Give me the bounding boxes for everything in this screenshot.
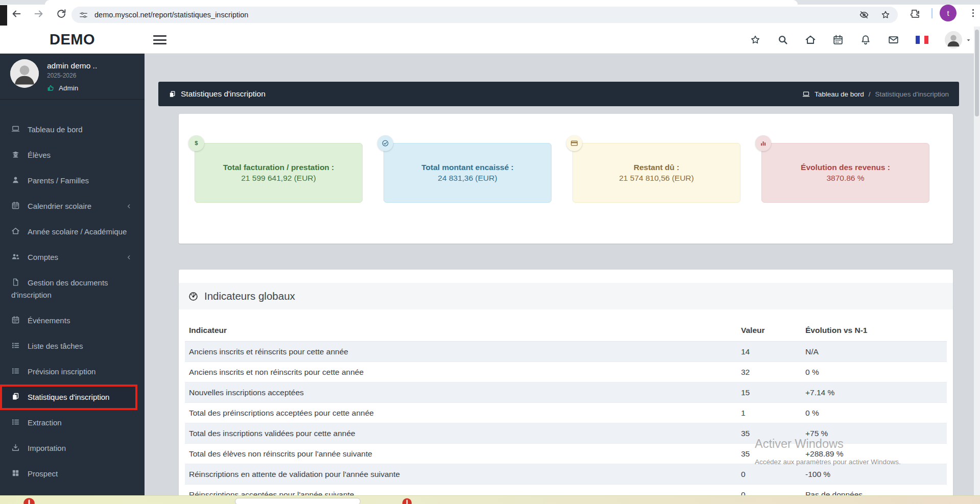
stat-card-badge: $ [188,135,204,151]
indicator-name: Total des élèves non réinscrits pour l'a… [185,444,737,464]
stat-card-warning: Restant dû :21 574 810,56 (EUR) [572,143,740,203]
messages-icon[interactable] [888,34,899,45]
stat-card-badge [755,135,771,151]
stat-card-success: $Total facturation / prestation :21 599 … [195,143,363,203]
browser-chrome: demo.myscol.net/report/statistiques_insc… [0,0,980,27]
grid-icon [11,469,20,477]
breadcrumb-root[interactable]: Tableau de bord [815,90,864,98]
reload-icon[interactable] [56,8,67,19]
table-header-row: Indicateur Valeur Évolution vs N-1 [185,320,947,342]
chevron-down-icon [965,37,972,43]
sidebar-item-label: Année scolaire / Académique [28,227,127,236]
col-indicateur: Indicateur [185,320,737,342]
home-icon[interactable] [805,34,816,45]
sidebar-item-gestion-des-documents-d-inscription[interactable]: Gestion des documents d'inscription [0,270,145,308]
stat-card-value: 21 574 810,56 (EUR) [619,174,694,183]
extensions-icon[interactable] [910,8,921,19]
list-icon [11,367,20,375]
indicator-value: 32 [737,362,801,382]
favorites-icon[interactable] [750,34,761,45]
sidebar-item-comptes[interactable]: Comptes [0,245,145,270]
indicator-value: 15 [737,382,801,403]
stat-card-danger: Évolution des revenus :3870.86 % [761,143,929,203]
sidebar-item-pr-vision-inscription[interactable]: Prévision inscription [0,359,145,385]
sidebar-item-importation[interactable]: Importation [0,436,145,461]
sidebar-item-tableau-de-bord[interactable]: Tableau de bord [0,117,145,142]
breadcrumb-separator: / [869,90,871,98]
app-logo[interactable]: DEMO [0,31,145,48]
table-row: Anciens inscrits et réinscrits pour cett… [185,342,947,362]
sidebar-item-ann-e-scolaire-acad-mique[interactable]: Année scolaire / Académique [0,219,145,245]
indicator-evolution: 0 % [801,362,947,382]
url-text[interactable]: demo.myscol.net/report/statistiques_insc… [94,11,859,19]
list-icon [11,418,20,426]
stat-card-value: 21 599 641,92 (EUR) [241,174,316,183]
sidebar-item-label: Prévision inscription [28,367,95,376]
indicator-value: 35 [737,444,801,464]
demo-bar-pill [235,498,361,504]
back-icon[interactable] [11,8,22,19]
sidebar: admin demo .. 2025-2026 Admin Tableau de… [0,53,145,504]
indicators-panel: Indicateurs globaux Indicateur Valeur Év… [179,270,953,504]
sidebar-item-label: Prospect [28,469,58,478]
indicator-value: 14 [737,342,801,362]
page-scrollbar[interactable] [974,27,980,496]
stat-card-label: Évolution des revenus : [801,163,890,172]
url-bar[interactable]: demo.myscol.net/report/statistiques_insc… [71,7,898,23]
sidebar-item-label: Importation [28,444,66,452]
sidebar-item-l-ves[interactable]: Élèves [0,142,145,168]
sidebar-item-statistiques-d-inscription[interactable]: Statistiques d'inscription [0,385,137,410]
active-tab[interactable] [45,0,798,5]
search-icon[interactable] [777,34,788,45]
indicator-name: Total des préinscriptions acceptées pour… [185,403,737,423]
indicator-evolution: +75 % [801,423,947,444]
breadcrumb: Tableau de bord / Statistiques d'inscrip… [802,90,949,98]
sidebar-item-parents-familles[interactable]: Parents / Familles [0,168,145,194]
alert-icon [401,497,413,504]
stat-card-label: Restant dû : [634,163,680,172]
eye-slash-icon[interactable] [859,10,869,20]
copy-icon [169,90,176,98]
toolbar-divider [931,8,933,18]
sidebar-item-extraction[interactable]: Extraction [0,410,145,436]
sidebar-item-v-nements[interactable]: Événements [0,308,145,333]
forward-icon[interactable] [33,8,44,19]
sidebar-item-label: Gestion des documents d'inscription [11,278,108,299]
scrollbar-thumb[interactable] [975,30,979,116]
sidebar-item-calendrier-scolaire[interactable]: Calendrier scolaire [0,194,145,219]
sidebar-item-label: Événements [28,316,70,325]
user-role-label: Admin [59,84,78,92]
indicators-header: Indicateurs globaux [179,283,953,309]
sidebar-item-liste-des-t-ches[interactable]: Liste des tâches [0,333,145,359]
browser-profile-avatar[interactable]: t [940,5,957,21]
page-title: Statistiques d'inscription [181,89,266,99]
check-circle-icon [381,139,389,147]
alert-icon [22,497,36,504]
user-menu[interactable] [945,31,972,49]
avatar[interactable] [945,31,962,49]
notifications-bell-icon[interactable] [860,34,871,45]
calendar-icon[interactable] [832,34,844,45]
table-row: Anciens inscrits et non réinscrits pour … [185,362,947,382]
site-settings-icon[interactable] [79,10,88,20]
sidebar-item-prospect[interactable]: Prospect [0,461,145,487]
browser-menu-icon[interactable] [968,8,978,18]
sidebar-item-label: Extraction [28,418,62,427]
indicators-table: Indicateur Valeur Évolution vs N-1 Ancie… [185,320,947,504]
french-flag-icon[interactable] [916,36,928,44]
bookmark-star-icon[interactable] [880,10,891,20]
demo-notice-bar [0,495,980,504]
window-edge [0,5,7,26]
stat-card-value: 24 831,36 (EUR) [438,174,497,183]
app-header: DEMO [0,27,980,54]
stat-card-label: Total montant encaissé : [421,163,514,172]
indicator-name: Total des inscriptions validées pour cet… [185,423,737,444]
indicator-name: Réinscriptions en attente de validation … [185,464,737,485]
stat-card-label: Total facturation / prestation : [223,163,334,172]
sidebar-toggle-icon[interactable] [153,35,166,44]
col-evolution: Évolution vs N-1 [801,320,947,342]
calendar-icon [11,316,20,324]
user-name: admin demo .. [47,59,97,70]
indicator-evolution: -100 % [801,464,947,485]
file-icon [11,278,20,286]
